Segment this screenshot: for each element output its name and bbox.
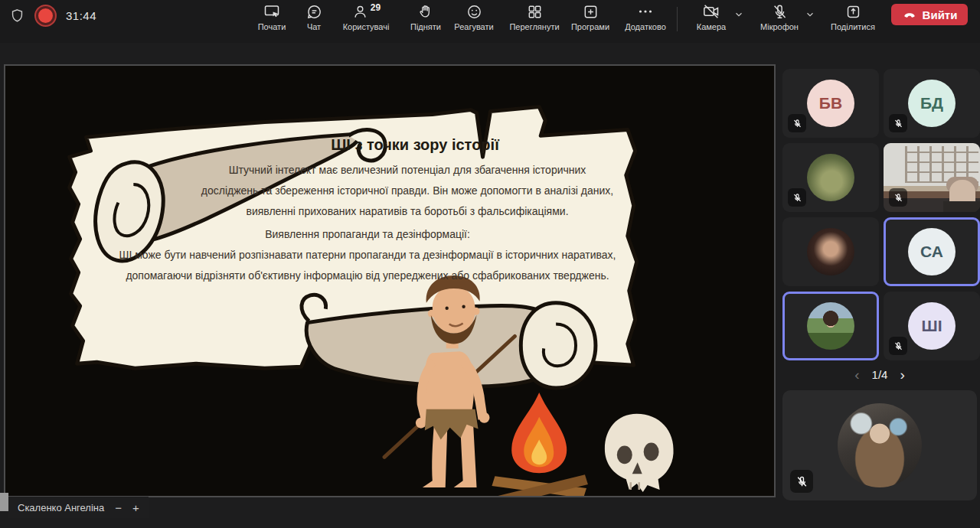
meeting-window: 31:44 Почати Чат 29 Користувачі Підняти … bbox=[0, 0, 980, 528]
participant-tile[interactable] bbox=[782, 217, 879, 286]
avatar: ШІ bbox=[908, 302, 956, 350]
participant-tile[interactable]: ШІ bbox=[884, 292, 980, 360]
meeting-toolbar: 31:44 Почати Чат 29 Користувачі Підняти … bbox=[0, 0, 980, 43]
mic-off-icon bbox=[795, 475, 808, 488]
participant-video-tile[interactable] bbox=[884, 143, 980, 212]
window-corner-chip bbox=[0, 493, 8, 511]
camera-off-icon bbox=[702, 2, 720, 21]
avatar-photo bbox=[807, 154, 854, 201]
microphone-chevron-down-icon[interactable] bbox=[805, 9, 815, 20]
mic-muted-badge bbox=[889, 337, 907, 355]
mic-muted-badge bbox=[889, 114, 907, 132]
mic-off-icon bbox=[893, 341, 903, 351]
mic-off-icon bbox=[792, 193, 802, 203]
hand-icon bbox=[417, 3, 434, 20]
share-button[interactable]: Поділитися bbox=[821, 2, 885, 31]
participant-tile-active[interactable] bbox=[782, 292, 879, 360]
presenter-name: Скаленко Ангеліна bbox=[18, 502, 104, 513]
mic-off-icon bbox=[771, 3, 789, 21]
zoom-out-button[interactable]: − bbox=[115, 501, 122, 514]
avatar: БД bbox=[908, 80, 956, 127]
phone-hangup-icon bbox=[902, 7, 917, 22]
avatar-photo bbox=[807, 228, 854, 275]
grid-view-icon bbox=[526, 3, 544, 21]
people-icon bbox=[351, 3, 369, 21]
toolbar-separator bbox=[677, 7, 678, 31]
avatar: БВ bbox=[807, 80, 854, 127]
participant-tile[interactable]: БД bbox=[884, 69, 980, 138]
pagination-next-icon[interactable]: › bbox=[900, 367, 904, 382]
meeting-timer: 31:44 bbox=[66, 9, 96, 22]
avatar-photo bbox=[838, 403, 922, 487]
participants-button[interactable]: 29 Користувачі bbox=[334, 2, 398, 31]
mic-off-icon bbox=[792, 119, 802, 129]
avatar-photo bbox=[807, 302, 854, 350]
more-button[interactable]: Додатково bbox=[613, 2, 678, 31]
presenter-overlay: Скаленко Ангеліна − + bbox=[8, 497, 149, 518]
mic-off-icon bbox=[893, 193, 903, 203]
leave-button-label: Вийти bbox=[923, 8, 958, 21]
mic-muted-badge bbox=[788, 114, 806, 132]
avatar: СА bbox=[908, 228, 956, 275]
pagination-prev-icon[interactable]: ‹ bbox=[854, 367, 859, 382]
zoom-in-button[interactable]: + bbox=[132, 501, 139, 514]
toolbar-left-group: 31:44 bbox=[9, 6, 96, 25]
participants-count: 29 bbox=[371, 2, 381, 13]
chat-icon bbox=[305, 3, 323, 21]
mic-muted-badge bbox=[788, 188, 806, 207]
add-app-icon bbox=[582, 3, 599, 21]
slide-parchment-illustration bbox=[5, 66, 774, 496]
mic-muted-badge bbox=[889, 188, 907, 207]
tiles-pagination: ‹ 1/4 › bbox=[782, 365, 977, 383]
pagination-value: 1/4 bbox=[872, 368, 888, 381]
react-button[interactable]: Реагувати bbox=[442, 2, 506, 31]
camera-chevron-down-icon[interactable] bbox=[733, 9, 744, 20]
participant-tile-wide[interactable] bbox=[782, 390, 977, 500]
screen-share-icon bbox=[263, 2, 281, 21]
smiley-icon bbox=[466, 3, 483, 21]
shield-icon bbox=[9, 8, 25, 24]
participant-person-body bbox=[943, 201, 980, 212]
mic-off-icon bbox=[893, 119, 903, 129]
participant-tile[interactable] bbox=[782, 143, 879, 212]
share-up-icon bbox=[844, 3, 862, 21]
participant-tile-active[interactable]: СА bbox=[884, 217, 980, 286]
leave-button[interactable]: Вийти bbox=[891, 4, 968, 25]
ellipsis-icon bbox=[636, 2, 655, 21]
microphone-button[interactable]: Мікрофон bbox=[747, 2, 812, 31]
recording-indicator-icon bbox=[36, 6, 55, 25]
shared-screen-region: ШІ з точки зору історії Штучний інтелект… bbox=[4, 64, 776, 497]
mic-muted-badge bbox=[790, 470, 813, 493]
view-button[interactable]: Переглянути bbox=[502, 2, 567, 31]
participant-tile[interactable]: БВ bbox=[782, 69, 879, 138]
